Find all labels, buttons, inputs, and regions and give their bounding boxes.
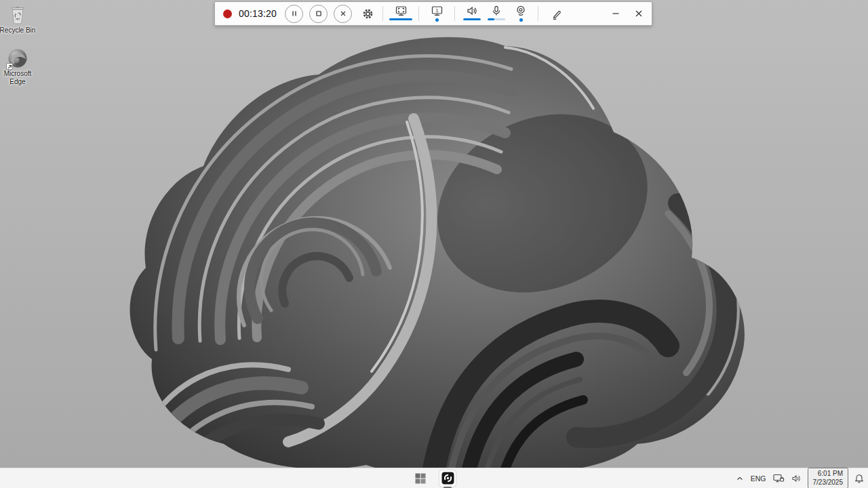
close-icon: [633, 7, 645, 20]
volume-button[interactable]: [791, 468, 802, 488]
notification-bell-button[interactable]: [854, 468, 865, 488]
microphone-icon: [490, 5, 502, 17]
svg-text:1: 1: [435, 7, 438, 13]
cancel-recording-button[interactable]: [334, 5, 352, 23]
start-icon: [415, 473, 426, 484]
clock-time: 6:01 PM: [813, 470, 844, 479]
mic-level-fill: [488, 18, 494, 20]
desktop-icon-label: Recycle Bin: [0, 26, 35, 35]
wallpaper-bloom: [0, 0, 868, 488]
microphone-button[interactable]: [484, 3, 509, 25]
start-button[interactable]: [411, 470, 430, 487]
clock[interactable]: 6:01 PM 7/23/2025: [808, 468, 849, 488]
desktop-icon-microsoft-edge[interactable]: Microsoft Edge: [0, 48, 39, 85]
desktop-screen: { "colors": { "accent": "#0078d4", "reco…: [0, 0, 868, 488]
toolbar-divider: [454, 6, 455, 21]
speaker-level-track: [463, 18, 481, 20]
settings-gear-icon: [361, 7, 374, 20]
speaker-icon: [466, 5, 478, 17]
screen-recorder-toolbar: 00:13:20: [214, 1, 652, 26]
toolbar-divider: [418, 6, 419, 21]
draw-pen-icon: [551, 7, 564, 20]
settings-button[interactable]: [357, 3, 378, 24]
speaker-level-fill: [463, 18, 481, 20]
draw-annotate-button[interactable]: [546, 3, 568, 24]
toolbar-divider: [538, 6, 538, 21]
display-1-icon: 1: [431, 5, 443, 17]
pause-icon: [288, 7, 300, 20]
display-1-indicator-dot: [435, 18, 439, 22]
stop-button[interactable]: [309, 5, 328, 23]
screen-select-button[interactable]: [388, 3, 414, 25]
pause-button[interactable]: [285, 5, 303, 23]
language-indicator[interactable]: ENG: [750, 468, 767, 488]
cancel-icon: [337, 7, 349, 20]
tray-volume-icon: [791, 474, 802, 483]
mic-level-track: [488, 18, 505, 20]
stop-icon: [313, 7, 325, 20]
recording-timer: 00:13:20: [239, 8, 281, 19]
system-audio-button[interactable]: [460, 3, 484, 25]
network-icon: [773, 474, 785, 483]
screen-recorder-app-button[interactable]: [438, 470, 457, 487]
tray-chevron-icon: [736, 474, 744, 483]
display-1-button[interactable]: 1: [424, 3, 450, 25]
webcam-icon: [515, 5, 527, 17]
tray-chevron-button[interactable]: [735, 468, 745, 488]
record-dot: [223, 9, 232, 18]
recycle-bin-icon: [7, 3, 28, 25]
network-button[interactable]: [772, 468, 785, 488]
minimize-button[interactable]: [604, 2, 627, 25]
webcam-button[interactable]: [509, 3, 533, 25]
webcam-indicator-dot: [519, 18, 523, 22]
desktop-icon-recycle-bin[interactable]: Recycle Bin: [0, 3, 39, 35]
notification-bell-icon: [854, 474, 864, 483]
clock-date: 7/23/2025: [813, 479, 844, 487]
system-tray: ENG 6:01 PM 7/23/2025: [735, 468, 865, 488]
screen-select-icon: [395, 5, 408, 17]
toolbar-divider: [382, 6, 383, 21]
desktop-icon-label: Microsoft Edge: [0, 70, 38, 85]
close-button[interactable]: [627, 2, 650, 25]
screen-recorder-app-icon: [439, 470, 456, 487]
taskbar: ENG 6:01 PM 7/23/2025: [0, 468, 868, 488]
app-active-underline: [443, 487, 452, 488]
minimize-icon: [610, 7, 622, 20]
screen-select-active-bar: [389, 18, 412, 20]
shortcut-arrow-icon: [6, 63, 13, 70]
